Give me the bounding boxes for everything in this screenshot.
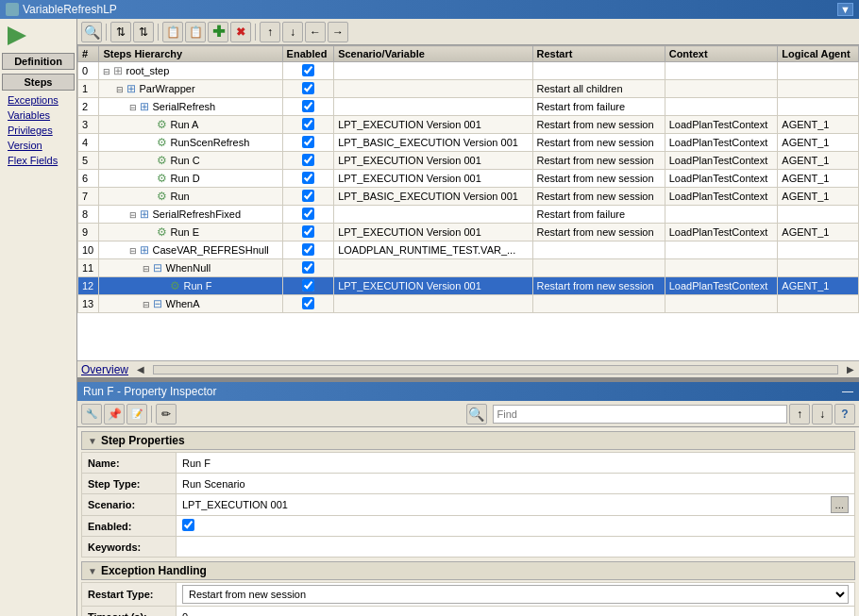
sidebar-item-exceptions[interactable]: Exceptions (0, 92, 76, 108)
sidebar-item-variables[interactable]: Variables (0, 108, 76, 123)
table-row[interactable]: 3 ⚙ Run A LPT_EXECUTION Version 001 Rest… (78, 116, 859, 134)
cell-enabled[interactable] (282, 188, 334, 206)
prop-btn-1[interactable]: 🔧 (81, 404, 102, 425)
table-row[interactable]: 5 ⚙ Run C LPT_EXECUTION Version 001 Rest… (78, 152, 859, 170)
keywords-input[interactable] (182, 541, 849, 553)
table-row[interactable]: 13 ⊟ ⊟ WhenA (78, 295, 859, 313)
cell-enabled[interactable] (282, 116, 334, 134)
section-collapse-icon[interactable]: ▼ (88, 436, 97, 446)
table-row[interactable]: 8 ⊟ ⊞ SerialRefreshFixed Restart from fa… (78, 206, 859, 224)
cell-agent (778, 62, 859, 80)
find-up[interactable]: ↑ (789, 404, 810, 425)
steptype-input (182, 478, 849, 490)
cell-id: 3 (78, 116, 99, 134)
cell-enabled[interactable] (282, 277, 334, 295)
cell-restart: Restart from new session (532, 152, 665, 170)
cell-agent (778, 295, 859, 313)
scenario-browse-button[interactable]: … (831, 496, 849, 513)
move-down-button[interactable]: ⇅ (133, 22, 154, 42)
table-row[interactable]: 10 ⊟ ⊞ CaseVAR_REFRESHnull LOADPLAN_RUNT… (78, 241, 859, 259)
enabled-checkbox[interactable] (182, 519, 194, 531)
cell-enabled[interactable] (282, 152, 334, 170)
prop-btn-pin[interactable]: 📌 (104, 404, 125, 425)
paste-button[interactable]: 📋 (185, 22, 206, 42)
table-row[interactable]: 6 ⚙ Run D LPT_EXECUTION Version 001 Rest… (78, 170, 859, 188)
cell-id: 8 (78, 206, 99, 224)
cell-enabled[interactable] (282, 170, 334, 188)
cell-scenario (334, 259, 532, 277)
cell-id: 10 (78, 241, 99, 259)
cell-context: LoadPlanTestContext (665, 134, 778, 152)
cell-enabled[interactable] (282, 134, 334, 152)
h-scroll-right[interactable]: ▶ (846, 364, 855, 375)
nav-right-button[interactable]: → (328, 22, 348, 42)
find-input[interactable] (497, 408, 783, 420)
find-down[interactable]: ↓ (812, 404, 833, 425)
cell-enabled[interactable] (282, 295, 334, 313)
cell-context: LoadPlanTestContext (665, 116, 778, 134)
cell-restart: Restart from failure (532, 206, 665, 224)
property-inspector-title-bar: Run F - Property Inspector — (77, 382, 859, 401)
play-button[interactable] (8, 26, 26, 45)
cell-enabled[interactable] (282, 98, 334, 116)
find-box (493, 405, 788, 424)
cell-enabled[interactable] (282, 241, 334, 259)
table-row[interactable]: 1 ⊟ ⊞ ParWrapper Restart all children (78, 80, 859, 98)
h-scroll-left[interactable]: ◀ (136, 364, 145, 375)
table-row[interactable]: 7 ⚙ Run LPT_BASIC_EXECUTION Version 001 … (78, 188, 859, 206)
move-up-down-button[interactable]: ⇅ (110, 22, 131, 42)
timeout-input[interactable] (182, 611, 849, 617)
prop-value-enabled (177, 516, 855, 537)
name-input[interactable] (182, 458, 849, 469)
title-bar: VariableRefreshLP ▼ (0, 0, 859, 19)
sidebar-item-version[interactable]: Version (0, 138, 76, 153)
cell-context (665, 259, 778, 277)
cell-enabled[interactable] (282, 206, 334, 224)
h-scrollbar[interactable] (153, 365, 838, 375)
cell-id: 5 (78, 152, 99, 170)
nav-up-button[interactable]: ↑ (260, 22, 280, 42)
nav-left-button[interactable]: ← (305, 22, 326, 42)
cell-context: LoadPlanTestContext (665, 152, 778, 170)
sidebar-item-privileges[interactable]: Privileges (0, 123, 76, 138)
definition-tab[interactable]: Definition (2, 53, 75, 70)
table-row[interactable]: 2 ⊟ ⊞ SerialRefresh Restart from failure (78, 98, 859, 116)
table-row[interactable]: 0 ⊟ ⊞ root_step (78, 62, 859, 80)
cell-enabled[interactable] (282, 62, 334, 80)
prop-btn-edit[interactable]: 📝 (126, 404, 147, 425)
scenario-input[interactable] (182, 499, 829, 510)
minimize-button[interactable]: — (842, 385, 853, 398)
restart-type-select[interactable]: Restart from failure Restart from new se… (182, 585, 849, 604)
binoculars-button[interactable]: 🔍 (81, 22, 102, 42)
cell-enabled[interactable] (282, 80, 334, 98)
exception-collapse-icon[interactable]: ▼ (88, 566, 97, 576)
add-button[interactable]: ✚ (208, 22, 228, 42)
table-row[interactable]: 11 ⊟ ⊟ WhenNull (78, 259, 859, 277)
table-row[interactable]: 9 ⚙ Run E LPT_EXECUTION Version 001 Rest… (78, 224, 859, 241)
step-properties-table: Name: Step Type: Scenario: (81, 452, 855, 558)
prop-row-timeout: Timeout (s): (82, 607, 855, 617)
cell-id: 6 (78, 170, 99, 188)
prop-binoculars[interactable]: 🔍 (466, 404, 487, 425)
cell-context (665, 98, 778, 116)
cell-scenario (334, 62, 532, 80)
prop-value-keywords (177, 537, 855, 558)
cell-scenario: LOADPLAN_RUNTIME_TEST.VAR_... (334, 241, 532, 259)
cell-enabled[interactable] (282, 259, 334, 277)
cell-id: 7 (78, 188, 99, 206)
help-button[interactable]: ? (834, 404, 855, 425)
prop-btn-pencil[interactable]: ✏ (156, 404, 177, 425)
sidebar-item-flexfields[interactable]: Flex Fields (0, 153, 76, 168)
cell-scenario: LPT_EXECUTION Version 001 (334, 277, 532, 295)
cell-scenario (334, 295, 532, 313)
title-dropdown-button[interactable]: ▼ (837, 3, 853, 16)
table-row[interactable]: 4 ⚙ RunScenRefresh LPT_BASIC_EXECUTION V… (78, 134, 859, 152)
cell-hierarchy: ⚙ Run C (99, 152, 282, 170)
copy-button[interactable]: 📋 (162, 22, 183, 42)
overview-label[interactable]: Overview (81, 363, 128, 376)
delete-button[interactable]: ✖ (230, 22, 251, 42)
cell-enabled[interactable] (282, 224, 334, 241)
table-row[interactable]: 12 ⚙ Run F LPT_EXECUTION Version 001 Res… (78, 277, 859, 295)
nav-down-button[interactable]: ↓ (282, 22, 303, 42)
cell-agent (778, 80, 859, 98)
